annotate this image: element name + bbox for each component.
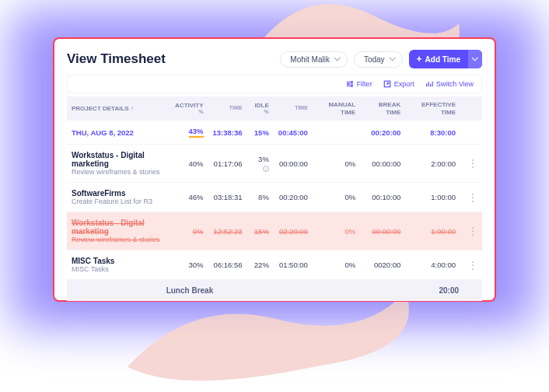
summary-date: THU, AUG 8, 2022	[67, 121, 170, 145]
cell-break: 00:00:00	[360, 145, 405, 183]
cell-activity-pct: 30%	[170, 250, 208, 280]
period-select[interactable]: Today	[354, 51, 403, 68]
add-time-dropdown[interactable]	[468, 50, 482, 68]
project-name: SoftwareFirms	[72, 189, 166, 198]
summary-idle-time: 00:45:00	[274, 121, 313, 145]
row-menu[interactable]: ⋮	[460, 212, 482, 250]
svg-point-1	[347, 83, 348, 85]
col-break[interactable]: BREAK TIME	[360, 96, 405, 121]
task-name: Create Feature List for R3	[72, 198, 166, 205]
cell-activity-time: 03:18:31	[208, 183, 247, 212]
footer-row: Lunch Break 20:00	[67, 280, 482, 302]
task-name: Review wireframes & stories	[72, 168, 166, 176]
cell-idle-time: 00:20:00	[274, 183, 313, 212]
summary-row: THU, AUG 8, 2022 43% 13:38:36 15% 00:45:…	[67, 121, 482, 145]
kebab-icon: ⋮	[465, 226, 477, 236]
cell-manual: 0%	[313, 183, 360, 212]
svg-point-0	[351, 82, 352, 83]
filter-button[interactable]: Filter	[346, 80, 372, 88]
cell-effective: 1:00:00	[405, 212, 460, 250]
cell-project: Workstatus - Digital marketingReview wir…	[67, 145, 170, 183]
row-menu[interactable]: ⋮	[460, 250, 482, 280]
info-icon[interactable]: i	[263, 166, 269, 172]
export-icon	[383, 80, 391, 88]
col-manual[interactable]: MANUAL TIME	[313, 96, 360, 121]
cell-project: MISC TasksMISC Tasks	[67, 250, 170, 280]
filter-label: Filter	[357, 80, 372, 88]
header: View Timesheet Mohit Malik Today + Add T…	[67, 50, 482, 68]
add-time-label: Add Time	[425, 55, 460, 64]
page-title: View Timesheet	[67, 51, 274, 67]
col-project[interactable]: PROJECT DETAILS↑	[67, 96, 170, 121]
col-activity-pct[interactable]: ACTIVITY%	[170, 96, 208, 121]
summary-break: 00:20:00	[360, 121, 405, 145]
summary-activity-time: 13:38:36	[208, 121, 247, 145]
cell-idle-time: 02:20:00	[274, 212, 313, 250]
toolbar: Filter Export Switch View	[67, 75, 482, 93]
row-menu[interactable]: ⋮	[460, 145, 482, 183]
table-row: Workstatus - Digital marketingReview wir…	[67, 145, 482, 183]
timesheet-card: View Timesheet Mohit Malik Today + Add T…	[53, 37, 496, 302]
project-name: Workstatus - Digital marketing	[72, 219, 166, 236]
cell-project: SoftwareFirmsCreate Feature List for R3	[67, 183, 170, 212]
plus-icon: +	[417, 54, 422, 64]
col-activity-time[interactable]: TIME	[208, 96, 247, 121]
cell-break: 0020:00	[360, 250, 405, 280]
switch-view-label: Switch View	[436, 80, 474, 88]
chart-icon	[425, 80, 433, 88]
table-row: SoftwareFirmsCreate Feature List for R34…	[67, 183, 482, 212]
cell-break: 00:00:00	[360, 212, 405, 250]
summary-activity-pct: 43%	[170, 121, 208, 145]
cell-idle-time: 01:50:00	[274, 250, 313, 280]
chevron-down-icon	[472, 56, 478, 62]
col-idle-pct[interactable]: IDLE%	[247, 96, 274, 121]
cell-effective: 1:00:00	[405, 183, 460, 212]
task-name: Review wireframes & stories	[72, 236, 166, 243]
col-effective[interactable]: EFFECTIVE TIME	[405, 96, 460, 121]
project-name: MISC Tasks	[72, 257, 166, 265]
chevron-down-icon	[390, 56, 396, 62]
switch-view-button[interactable]: Switch View	[425, 80, 474, 88]
export-label: Export	[394, 80, 414, 88]
summary-idle-pct: 15%	[247, 121, 274, 145]
summary-effective: 8:30:00	[405, 121, 460, 145]
kebab-icon: ⋮	[465, 192, 477, 203]
kebab-icon: ⋮	[465, 260, 477, 271]
table-row: MISC TasksMISC Tasks30%06:16:5622%01:50:…	[67, 250, 482, 280]
cell-effective: 2:00:00	[405, 145, 460, 183]
cell-idle-pct: 8%	[247, 183, 274, 212]
cell-idle-time: 00:00:00	[274, 145, 313, 183]
task-name: MISC Tasks	[72, 265, 166, 273]
export-button[interactable]: Export	[383, 80, 414, 88]
cell-effective: 4:00:00	[405, 250, 460, 280]
col-idle-time[interactable]: TIME	[274, 96, 313, 121]
cell-idle-pct: 3%i	[247, 145, 274, 183]
svg-point-2	[351, 86, 352, 87]
summary-manual	[313, 121, 360, 145]
period-select-value: Today	[364, 55, 385, 64]
cell-idle-pct: 15%	[247, 212, 274, 250]
cell-activity-pct: 46%	[170, 183, 208, 212]
footer-label: Lunch Break	[67, 280, 313, 302]
cell-activity-pct: 40%	[170, 145, 208, 183]
cell-manual: 0%	[313, 212, 360, 250]
cell-activity-time: 06:16:56	[208, 250, 247, 280]
cell-break: 00:10:00	[360, 183, 405, 212]
user-select-value: Mohit Malik	[290, 55, 330, 64]
table-row: Workstatus - Digital marketingReview wir…	[67, 212, 482, 250]
sort-asc-icon: ↑	[131, 105, 134, 112]
chevron-down-icon	[334, 56, 341, 62]
cell-activity-time: 01:17:06	[208, 145, 247, 183]
add-time-button[interactable]: + Add Time	[409, 50, 482, 68]
cell-manual: 0%	[313, 250, 360, 280]
row-menu[interactable]: ⋮	[460, 183, 482, 212]
cell-idle-pct: 22%	[247, 250, 274, 280]
kebab-icon: ⋮	[465, 158, 477, 169]
user-select[interactable]: Mohit Malik	[280, 51, 348, 68]
footer-value: 20:00	[313, 280, 482, 302]
cell-project: Workstatus - Digital marketingReview wir…	[67, 212, 170, 250]
cell-manual: 0%	[313, 145, 360, 183]
project-name: Workstatus - Digital marketing	[72, 151, 166, 168]
cell-activity-time: 12:52:23	[208, 212, 247, 250]
filter-icon	[346, 80, 354, 88]
